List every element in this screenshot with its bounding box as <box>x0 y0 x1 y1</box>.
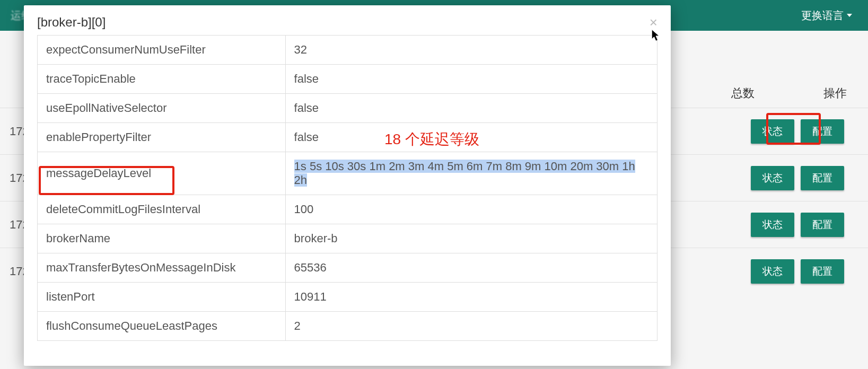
table-row: expectConsumerNumUseFilter 32 <box>38 36 657 65</box>
config-value: 100 <box>285 195 657 224</box>
status-button[interactable]: 状态 <box>751 213 794 237</box>
table-row: listenPort 10911 <box>38 283 657 312</box>
config-value: 65536 <box>285 253 657 283</box>
config-value: 1s 5s 10s 30s 1m 2m 3m 4m 5m 6m 7m 8m 9m… <box>285 152 657 195</box>
header-totals: 总数 <box>731 85 755 101</box>
status-button[interactable]: 状态 <box>751 259 794 284</box>
config-value: false <box>285 65 657 94</box>
config-key: listenPort <box>38 283 286 312</box>
config-key: messageDelayLevel <box>38 152 286 195</box>
config-value: 2 <box>285 312 657 341</box>
header-operations: 操作 <box>823 85 847 101</box>
config-key: enablePropertyFilter <box>38 123 286 152</box>
table-row: brokerName broker-b <box>38 224 657 253</box>
status-button[interactable]: 状态 <box>751 166 794 190</box>
config-key: maxTransferBytesOnMessageInDisk <box>38 253 286 283</box>
status-button[interactable]: 状态 <box>751 119 794 144</box>
close-icon[interactable]: × <box>650 15 657 29</box>
config-button[interactable]: 配置 <box>801 213 844 237</box>
config-button[interactable]: 配置 <box>801 259 844 284</box>
config-key: deleteCommitLogFilesInterval <box>38 195 286 224</box>
table-row: traceTopicEnable false <box>38 65 657 94</box>
config-key: expectConsumerNumUseFilter <box>38 36 286 65</box>
config-key: flushConsumeQueueLeastPages <box>38 312 286 341</box>
modal-title: [broker-b][0] <box>37 15 106 30</box>
language-switch-label: 更换语言 <box>801 8 844 23</box>
config-value: 10911 <box>285 283 657 312</box>
config-key: useEpollNativeSelector <box>38 94 286 123</box>
language-switch[interactable]: 更换语言 <box>801 8 852 23</box>
config-key: traceTopicEnable <box>38 65 286 94</box>
caret-down-icon <box>847 14 852 17</box>
config-value: broker-b <box>285 224 657 253</box>
table-row: messageDelayLevel 1s 5s 10s 30s 1m 2m 3m… <box>38 152 657 195</box>
config-value: false <box>285 123 657 152</box>
table-row: deleteCommitLogFilesInterval 100 <box>38 195 657 224</box>
config-button[interactable]: 配置 <box>801 166 844 190</box>
table-row: useEpollNativeSelector false <box>38 94 657 123</box>
config-key: brokerName <box>38 224 286 253</box>
config-table: expectConsumerNumUseFilter 32 traceTopic… <box>37 35 657 341</box>
table-row: maxTransferBytesOnMessageInDisk 65536 <box>38 253 657 283</box>
config-value: false <box>285 94 657 123</box>
config-button[interactable]: 配置 <box>801 119 844 144</box>
table-row: enablePropertyFilter false <box>38 123 657 152</box>
config-modal: [broker-b][0] × expectConsumerNumUseFilt… <box>24 5 671 366</box>
config-value: 32 <box>285 36 657 65</box>
selected-text: 1s 5s 10s 30s 1m 2m 3m 4m 5m 6m 7m 8m 9m… <box>294 160 635 187</box>
table-row: flushConsumeQueueLeastPages 2 <box>38 312 657 341</box>
